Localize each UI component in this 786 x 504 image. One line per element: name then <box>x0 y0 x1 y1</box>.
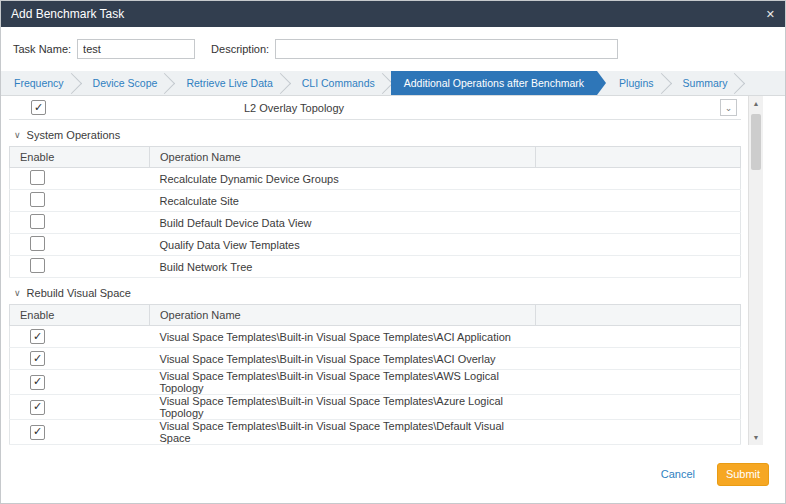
checkbox[interactable]: ✓ <box>31 100 46 115</box>
table-row[interactable]: ✓Build Network Tree <box>10 256 741 278</box>
table-row[interactable]: ✓Build Default Device Data View <box>10 212 741 234</box>
checkbox[interactable]: ✓ <box>30 236 45 251</box>
tab-summary[interactable]: Summary <box>670 71 744 95</box>
l2-overlay-topology-row: ✓ L2 Overlay Topology ⌄ <box>9 96 741 120</box>
checkbox[interactable]: ✓ <box>30 258 45 273</box>
checkbox[interactable]: ✓ <box>30 329 45 344</box>
chevron-down-icon[interactable]: ⌄ <box>720 99 737 116</box>
system-operations-table: Enable Operation Name ✓Recalculate Dynam… <box>9 146 741 278</box>
tab-additional-operations[interactable]: Additional Operations after Benchmark <box>391 71 597 95</box>
close-icon[interactable]: ✕ <box>766 8 775 21</box>
tab-cli-commands[interactable]: CLI Commands <box>289 71 391 95</box>
scrollbar-thumb[interactable] <box>751 114 761 170</box>
tab-label: Frequency <box>14 77 64 89</box>
checkbox[interactable]: ✓ <box>30 425 45 440</box>
table-row[interactable]: ✓Recalculate Site <box>10 190 741 212</box>
operation-name: Recalculate Dynamic Device Groups <box>150 168 536 190</box>
check-icon: ✓ <box>33 426 42 437</box>
vertical-scrollbar[interactable]: ▲ ▼ <box>748 96 763 445</box>
scroll-up-icon[interactable]: ▲ <box>749 96 763 111</box>
operation-name: Visual Space Templates\Built-in Visual S… <box>150 395 536 420</box>
checkbox[interactable]: ✓ <box>30 214 45 229</box>
description-label: Description: <box>211 43 269 55</box>
tab-label: Summary <box>683 77 728 89</box>
column-header-enable: Enable <box>10 147 150 168</box>
section-header-system-operations[interactable]: ∨ System Operations <box>14 129 741 141</box>
section-header-rebuild-visual-space[interactable]: ∨ Rebuild Visual Space <box>14 287 741 299</box>
dialog-title: Add Benchmark Task <box>11 7 124 21</box>
table-row[interactable]: ✓Visual Space Templates\Built-in Visual … <box>10 348 741 370</box>
checkbox[interactable]: ✓ <box>30 375 45 390</box>
rebuild-visual-space-table: Enable Operation Name ✓Visual Space Temp… <box>9 304 741 445</box>
tab-frequency[interactable]: Frequency <box>1 71 80 95</box>
check-icon: ✓ <box>33 331 42 342</box>
operation-name: Visual Space Templates\Built-in Visual S… <box>150 370 536 395</box>
cancel-button[interactable]: Cancel <box>661 468 695 480</box>
check-icon: ✓ <box>33 376 42 387</box>
tab-retrieve-live-data[interactable]: Retrieve Live Data <box>173 71 288 95</box>
section-title-label: System Operations <box>27 129 121 141</box>
collapse-icon: ∨ <box>14 130 21 140</box>
table-row[interactable]: ✓Qualify Data View Templates <box>10 234 741 256</box>
tab-label: CLI Commands <box>302 77 375 89</box>
check-icon: ✓ <box>33 353 42 364</box>
operation-name: Recalculate Site <box>150 190 536 212</box>
table-row[interactable]: ✓Recalculate Dynamic Device Groups <box>10 168 741 190</box>
operation-name: Visual Space Templates\Built-in Visual S… <box>150 326 536 348</box>
content-area: ✓ L2 Overlay Topology ⌄ ∨ System Operati… <box>1 95 763 445</box>
checkbox[interactable]: ✓ <box>30 400 45 415</box>
description-input[interactable] <box>275 39 618 59</box>
operation-name: Qualify Data View Templates <box>150 234 536 256</box>
task-form-row: Task Name: Description: <box>1 27 785 71</box>
dialog-titlebar: Add Benchmark Task ✕ <box>1 1 785 27</box>
column-header-enable: Enable <box>10 305 150 326</box>
scroll-down-icon[interactable]: ▼ <box>749 430 763 445</box>
table-row[interactable]: ✓Visual Space Templates\Built-in Visual … <box>10 420 741 445</box>
task-name-label: Task Name: <box>13 43 71 55</box>
table-row[interactable]: ✓Visual Space Templates\Built-in Visual … <box>10 326 741 348</box>
column-header-extra <box>536 305 741 326</box>
row-label: L2 Overlay Topology <box>244 102 344 114</box>
operation-name: Visual Space Templates\Built-in Visual S… <box>150 420 536 445</box>
content-body: ✓ L2 Overlay Topology ⌄ ∨ System Operati… <box>1 96 747 445</box>
operation-name: Build Network Tree <box>150 256 536 278</box>
tab-label: Additional Operations after Benchmark <box>404 77 584 89</box>
operation-name: Visual Space Templates\Built-in Visual S… <box>150 348 536 370</box>
collapse-icon: ∨ <box>14 288 21 298</box>
checkbox[interactable]: ✓ <box>30 192 45 207</box>
tab-label: Retrieve Live Data <box>186 77 272 89</box>
section-title-label: Rebuild Visual Space <box>27 287 131 299</box>
dialog-footer: Cancel Submit <box>1 445 785 503</box>
task-name-input[interactable] <box>77 39 195 59</box>
tab-device-scope[interactable]: Device Scope <box>80 71 174 95</box>
tab-label: Device Scope <box>93 77 158 89</box>
column-header-operation-name: Operation Name <box>150 305 536 326</box>
add-benchmark-task-dialog: Add Benchmark Task ✕ Task Name: Descript… <box>0 0 786 504</box>
table-row[interactable]: ✓Visual Space Templates\Built-in Visual … <box>10 395 741 420</box>
submit-button[interactable]: Submit <box>717 463 769 486</box>
check-icon: ✓ <box>34 102 43 113</box>
checkbox[interactable]: ✓ <box>30 351 45 366</box>
tab-plugins[interactable]: Plugins <box>606 71 669 95</box>
column-header-operation-name: Operation Name <box>150 147 536 168</box>
tab-label: Plugins <box>619 77 653 89</box>
check-icon: ✓ <box>33 401 42 412</box>
table-row[interactable]: ✓Visual Space Templates\Built-in Visual … <box>10 370 741 395</box>
column-header-extra <box>536 147 741 168</box>
checkbox[interactable]: ✓ <box>30 170 45 185</box>
operation-name: Build Default Device Data View <box>150 212 536 234</box>
wizard-tab-strip: Frequency Device Scope Retrieve Live Dat… <box>1 71 785 96</box>
